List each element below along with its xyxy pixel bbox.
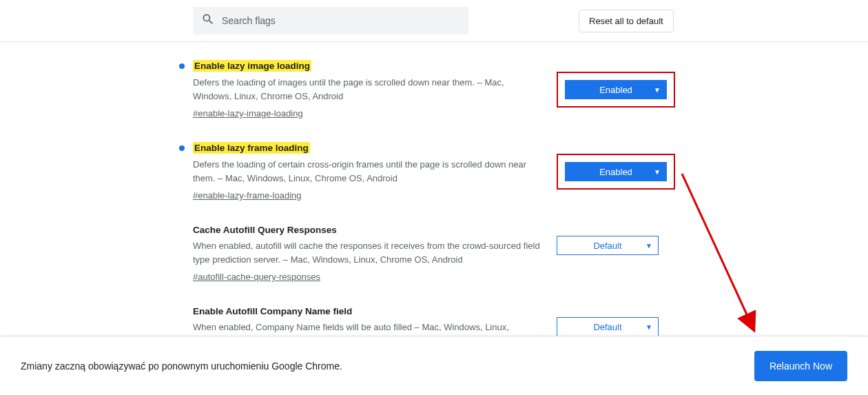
flag-description: Defers the loading of certain cross-orig…: [193, 158, 543, 185]
modified-dot-icon: [179, 63, 185, 69]
select-label: Default: [593, 322, 621, 332]
relaunch-bar: Zmiany zaczną obowiązywać po ponownym ur…: [0, 336, 868, 395]
flag-state-select[interactable]: Enabled ▼: [565, 162, 667, 181]
flag-hash-link[interactable]: #enable-lazy-image-loading: [193, 108, 303, 119]
flag-title: Enable Autofill Company Name field: [193, 306, 352, 316]
relaunch-button[interactable]: Relaunch Now: [754, 351, 847, 381]
flag-title: Enable lazy image loading: [193, 60, 311, 72]
flag-state-select[interactable]: Enabled ▼: [565, 80, 667, 99]
flag-description: Defers the loading of images until the p…: [193, 76, 543, 103]
flags-list: Enable lazy image loading Defers the loa…: [0, 42, 868, 364]
annotation-box: Enabled ▼: [557, 154, 675, 190]
flag-title: Cache Autofill Query Responses: [193, 225, 337, 235]
chevron-down-icon: ▼: [654, 168, 661, 176]
flag-description: When enabled, autofill will cache the re…: [193, 239, 543, 266]
flag-state-select[interactable]: Default ▼: [557, 317, 659, 336]
chevron-down-icon: ▼: [645, 242, 652, 250]
reset-all-button[interactable]: Reset all to default: [579, 10, 674, 32]
flag-row: Cache Autofill Query Responses When enab…: [179, 223, 675, 283]
topbar: Reset all to default: [0, 0, 868, 42]
search-input[interactable]: [222, 15, 460, 26]
flag-row: Enable lazy frame loading Defers the loa…: [179, 141, 675, 201]
chevron-down-icon: ▼: [654, 86, 661, 94]
flag-hash-link[interactable]: #autofill-cache-query-responses: [193, 272, 320, 282]
flag-row: Enable lazy image loading Defers the loa…: [179, 59, 675, 119]
select-label: Enabled: [599, 167, 632, 177]
flag-title: Enable lazy frame loading: [193, 142, 310, 154]
annotation-box: Enabled ▼: [557, 72, 675, 108]
select-label: Default: [593, 241, 621, 251]
flag-state-select[interactable]: Default ▼: [557, 236, 659, 255]
flag-hash-link[interactable]: #enable-lazy-frame-loading: [193, 190, 302, 201]
search-icon: [201, 12, 215, 29]
select-label: Enabled: [599, 85, 632, 95]
chevron-down-icon: ▼: [645, 323, 652, 331]
modified-dot-icon: [179, 145, 185, 151]
search-box[interactable]: [193, 7, 468, 34]
restart-message: Zmiany zaczną obowiązywać po ponownym ur…: [21, 361, 342, 372]
